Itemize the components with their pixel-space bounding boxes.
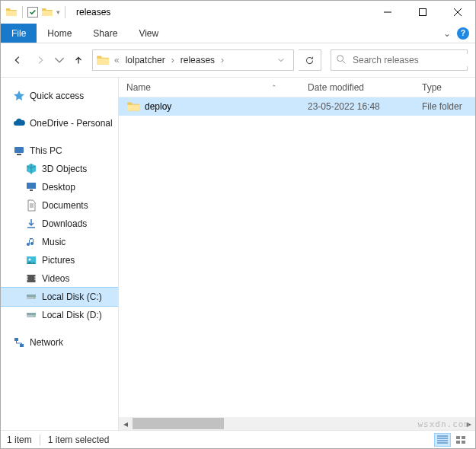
column-date[interactable]: Date modified [308, 82, 422, 93]
file-type: File folder [422, 101, 475, 112]
tree-onedrive[interactable]: OneDrive - Personal [1, 114, 118, 132]
svg-point-14 [34, 316, 35, 317]
breadcrumb[interactable]: lolpatcher [124, 55, 167, 65]
svg-rect-2 [14, 147, 24, 153]
search-icon [336, 54, 347, 67]
svg-rect-13 [27, 313, 36, 315]
doc-icon [25, 199, 37, 212]
chevron-right-icon[interactable]: › [219, 55, 225, 65]
view-details-button[interactable] [434, 433, 451, 447]
cube-icon [25, 163, 37, 175]
maximize-button[interactable] [405, 1, 440, 24]
tree-item[interactable]: Desktop [1, 178, 118, 196]
status-bar: 1 item 1 item selected [1, 430, 475, 448]
tree-item[interactable]: Documents [1, 196, 118, 215]
search-box[interactable] [331, 49, 468, 71]
svg-rect-5 [30, 189, 33, 191]
up-button[interactable] [69, 51, 88, 69]
watermark: wsxdn.com [417, 419, 470, 429]
status-count: 1 item [7, 435, 32, 445]
help-icon[interactable]: ? [457, 27, 469, 40]
search-input[interactable] [351, 54, 468, 66]
tree-this-pc[interactable]: This PC [1, 142, 118, 160]
picture-icon [25, 254, 37, 266]
tree-item[interactable]: 3D Objects [1, 160, 118, 178]
svg-rect-18 [462, 436, 465, 439]
download-icon [25, 218, 37, 230]
tree-item[interactable]: Local Disk (C:) [1, 288, 118, 306]
tree-item[interactable]: Pictures [1, 251, 118, 269]
svg-rect-17 [456, 436, 460, 439]
tab-home[interactable]: Home [37, 24, 82, 43]
checkbox-icon[interactable] [27, 7, 38, 18]
navigation-tree: Quick access OneDrive - Personal This PC… [1, 78, 119, 430]
file-tab[interactable]: File [1, 24, 37, 43]
folder-icon [41, 6, 53, 18]
ribbon-collapse-icon[interactable]: ⌄ [443, 28, 451, 39]
table-row[interactable]: deploy23-05-2022 16:48File folder [119, 97, 475, 116]
scroll-thumb[interactable] [133, 418, 224, 429]
folder-icon [96, 53, 110, 67]
svg-rect-15 [14, 338, 18, 341]
desktop-icon [25, 181, 37, 193]
svg-rect-10 [27, 295, 36, 297]
tab-view[interactable]: View [128, 24, 169, 43]
column-type[interactable]: Type [422, 82, 475, 93]
refresh-button[interactable] [299, 49, 321, 71]
folder-icon [126, 100, 140, 113]
close-button[interactable] [440, 1, 475, 24]
address-dropdown-icon[interactable] [272, 50, 290, 70]
sort-indicator-icon: ⌃ [271, 84, 277, 91]
svg-rect-8 [27, 275, 36, 282]
pc-icon [13, 145, 25, 157]
qat-dropdown-icon[interactable]: ▾ [56, 8, 60, 16]
minimize-button[interactable] [370, 1, 405, 24]
crumb-prefix: « [113, 55, 121, 65]
tree-quick-access[interactable]: Quick access [1, 87, 118, 105]
svg-rect-16 [20, 344, 24, 347]
file-list[interactable]: deploy23-05-2022 16:48File folder [119, 97, 475, 417]
disk-icon [25, 291, 37, 303]
forward-button[interactable] [31, 51, 50, 69]
network-icon [13, 336, 25, 349]
svg-point-1 [337, 55, 343, 61]
disk-icon [25, 309, 37, 321]
ribbon-tabs: File Home Share View ⌄ ? [1, 24, 475, 43]
video-icon [25, 272, 37, 285]
tab-share[interactable]: Share [82, 24, 128, 43]
star-icon [13, 90, 25, 102]
svg-rect-0 [420, 9, 426, 16]
tree-network[interactable]: Network [1, 333, 118, 352]
tree-item[interactable]: Local Disk (D:) [1, 306, 118, 324]
back-button[interactable] [8, 51, 27, 69]
scroll-left-icon[interactable]: ◂ [119, 417, 132, 430]
tree-item[interactable]: Downloads [1, 215, 118, 233]
folder-icon [5, 6, 18, 18]
status-selected: 1 item selected [48, 435, 110, 445]
svg-rect-20 [462, 441, 465, 444]
svg-point-11 [34, 298, 35, 299]
tree-item[interactable]: Music [1, 233, 118, 251]
tree-item[interactable]: Videos [1, 269, 118, 288]
recent-dropdown-icon[interactable] [54, 51, 65, 69]
title-bar: ▾ releases [1, 1, 475, 24]
view-large-button[interactable] [452, 433, 469, 447]
window-title: releases [76, 7, 110, 18]
music-icon [25, 236, 37, 248]
file-name: deploy [145, 101, 308, 112]
address-bar[interactable]: « lolpatcher › releases › [92, 49, 294, 71]
svg-rect-4 [27, 183, 36, 189]
svg-point-7 [29, 259, 31, 261]
svg-rect-3 [17, 154, 21, 155]
breadcrumb[interactable]: releases [179, 55, 216, 65]
svg-rect-19 [456, 441, 460, 444]
column-headers: Name ⌃ Date modified Type [119, 78, 475, 97]
cloud-icon [13, 117, 25, 129]
chevron-right-icon[interactable]: › [170, 55, 176, 65]
file-date: 23-05-2022 16:48 [308, 101, 422, 112]
column-name[interactable]: Name ⌃ [126, 82, 308, 93]
